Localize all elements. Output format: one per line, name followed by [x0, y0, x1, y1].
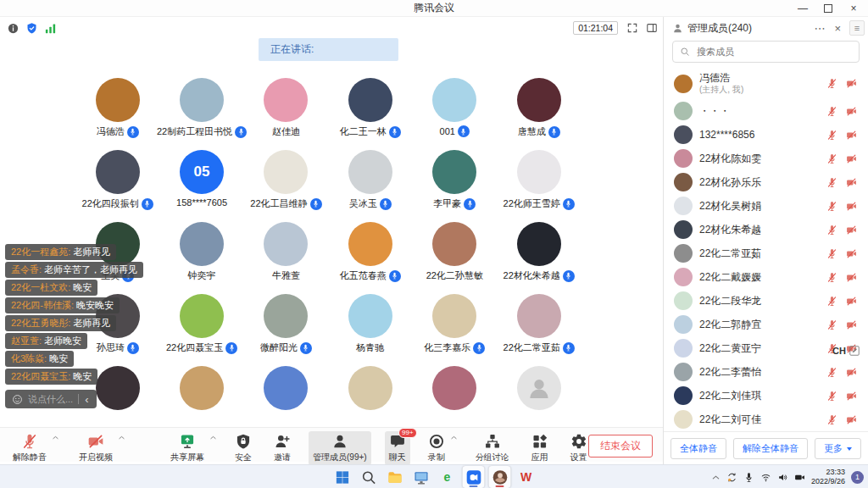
participant-tile[interactable]: 05158****7605 — [159, 148, 243, 220]
participant-tile[interactable]: 赵佳迪 — [244, 76, 328, 148]
member-row[interactable]: 22材化陈如雯 — [664, 147, 868, 170]
participant-tile[interactable]: 22材化朱希越 — [497, 220, 581, 292]
participant-tile[interactable]: 22化四聂宝玉 — [159, 292, 243, 364]
camera-off-icon[interactable] — [845, 201, 858, 212]
muted-mic-icon[interactable] — [826, 272, 837, 283]
wps-office-taskbar-button[interactable]: W — [515, 466, 537, 488]
participant-tile[interactable]: 李甲豪 — [413, 148, 497, 220]
more-button[interactable]: 更多 — [815, 438, 861, 459]
participant-tile[interactable]: 钟奕宇 — [159, 220, 243, 292]
chevron-up-icon[interactable] — [52, 434, 59, 441]
meeting-protect-shield-icon[interactable] — [25, 22, 38, 35]
camera-off-icon[interactable] — [845, 414, 858, 425]
toolbar-item[interactable]: 共享屏幕 — [166, 431, 217, 465]
toolbar-item[interactable]: 管理成员(99+) — [309, 431, 371, 465]
minimize-button[interactable]: — — [790, 0, 815, 17]
muted-mic-icon[interactable] — [826, 130, 837, 141]
participant-tile[interactable] — [159, 364, 243, 417]
member-row[interactable]: 22化二常亚茹 — [664, 241, 868, 265]
participant-tile[interactable]: 化二王一林 — [328, 76, 412, 148]
camera-off-icon[interactable] — [845, 153, 858, 164]
participant-tile[interactable]: 微醉阳光 — [244, 292, 328, 364]
camera-off-icon[interactable] — [845, 248, 858, 259]
taskbar-clock[interactable]: 23:33 2022/9/26 — [811, 468, 845, 487]
participant-tile[interactable]: 吴冰玉 — [328, 148, 412, 220]
toolbar-item[interactable]: 99+聊天 — [385, 431, 410, 465]
panel-more-icon[interactable]: ⋯ — [811, 23, 827, 34]
muted-mic-icon[interactable] — [826, 414, 837, 425]
muted-mic-icon[interactable] — [826, 78, 837, 89]
tray-expand-icon[interactable] — [711, 473, 721, 482]
participant-tile[interactable]: 冯德浩 — [75, 76, 159, 148]
network-signal-icon[interactable] — [44, 22, 57, 35]
mute-all-button[interactable]: 全体静音 — [670, 438, 726, 459]
member-row[interactable]: 22材化吴树娟 — [664, 194, 868, 218]
member-row[interactable]: 22化二李蕾怡 — [664, 360, 868, 384]
windows-start-taskbar-button[interactable] — [331, 466, 353, 488]
sync-tray-icon[interactable] — [726, 472, 737, 483]
toolbar-item[interactable]: 安全 — [231, 431, 256, 465]
file-explorer-taskbar-button[interactable] — [384, 466, 406, 488]
emoji-icon[interactable] — [12, 394, 23, 405]
muted-mic-icon[interactable] — [826, 296, 837, 307]
member-row[interactable]: ・・・ — [664, 99, 868, 123]
participant-tile[interactable]: 22化师王雪婷 — [497, 148, 581, 220]
participant-tile[interactable]: 唐慧成 — [497, 76, 581, 148]
member-row[interactable]: 22化二戴媛媛 — [664, 265, 868, 289]
browser-taskbar-button[interactable]: e — [437, 466, 459, 488]
muted-mic-icon[interactable] — [826, 201, 837, 212]
member-row[interactable]: 22化二郭静宜 — [664, 313, 868, 336]
speaker-icon[interactable] — [777, 472, 788, 483]
layout-toggle-icon[interactable] — [646, 22, 658, 34]
muted-mic-icon[interactable] — [826, 367, 837, 378]
search-taskbar-button[interactable] — [358, 466, 380, 488]
participant-tile[interactable] — [244, 364, 328, 417]
member-row[interactable]: 22化二刘可佳 — [664, 408, 868, 431]
camera-off-icon[interactable] — [845, 319, 858, 330]
toolbar-item[interactable]: 邀请 — [270, 431, 295, 465]
wifi-icon[interactable] — [760, 472, 771, 483]
participant-tile[interactable]: 22化四段振钊 — [75, 148, 159, 220]
camera-off-icon[interactable] — [845, 177, 858, 188]
camera-off-icon[interactable] — [845, 391, 858, 402]
tencent-meeting-taskbar-button[interactable] — [463, 466, 485, 488]
chat-input-bar[interactable]: 说点什么...‹ — [5, 390, 97, 408]
chat-collapse-icon[interactable]: ‹ — [84, 394, 89, 405]
member-row[interactable]: 22材化朱希越 — [664, 218, 868, 241]
contact-app-avatar-taskbar-button[interactable] — [489, 466, 511, 488]
notification-badge[interactable]: 1 — [851, 471, 864, 484]
restore-button[interactable] — [815, 0, 841, 17]
toolbar-item[interactable]: 解除静音 — [8, 431, 59, 465]
camera-off-icon[interactable] — [845, 106, 858, 117]
toolbar-item[interactable]: 开启视频 — [75, 431, 125, 465]
participant-tile[interactable]: 化三李嘉乐 — [413, 292, 497, 364]
meeting-info-icon[interactable] — [7, 22, 19, 35]
camera-off-icon[interactable] — [845, 130, 858, 141]
end-meeting-button[interactable]: 结束会议 — [588, 435, 653, 458]
participant-tile[interactable]: 22化工昌维静 — [244, 148, 328, 220]
camera-off-icon[interactable] — [845, 367, 858, 378]
member-search-box[interactable] — [672, 41, 860, 63]
member-row[interactable]: 冯德浩(主持人, 我) — [664, 68, 868, 99]
participant-tile[interactable]: 化五范春燕 — [328, 220, 412, 292]
participant-tile[interactable] — [328, 364, 412, 417]
participant-tile[interactable]: 杨青驰 — [328, 292, 412, 364]
toolbar-item[interactable]: 分组讨论 — [471, 431, 514, 465]
participant-tile[interactable] — [497, 364, 581, 417]
participant-tile[interactable]: 22化二孙慧敏 — [413, 220, 497, 292]
toolbar-item[interactable]: 应用 — [527, 431, 553, 465]
muted-mic-icon[interactable] — [826, 177, 837, 188]
display-taskbar-button[interactable] — [410, 466, 432, 488]
member-row[interactable]: 132****6856 — [664, 123, 868, 147]
camera-tray-icon[interactable] — [794, 472, 805, 483]
muted-mic-icon[interactable] — [826, 225, 837, 236]
participant-tile[interactable]: 牛雅萱 — [244, 220, 328, 292]
muted-mic-icon[interactable] — [826, 248, 837, 259]
participant-tile[interactable]: 22制药工程田书悦 — [159, 76, 243, 148]
chevron-up-icon[interactable] — [209, 434, 217, 441]
member-row[interactable]: 22化二刘佳琪 — [664, 384, 868, 408]
member-search-input[interactable] — [695, 46, 852, 58]
member-row[interactable]: 22化二段华龙 — [664, 289, 868, 313]
camera-off-icon[interactable] — [845, 272, 858, 283]
close-button[interactable]: × — [841, 0, 866, 17]
